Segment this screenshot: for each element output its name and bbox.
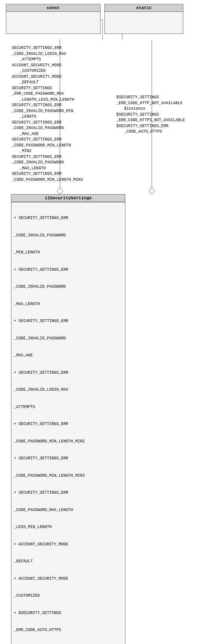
const-item: SECURITY_SETTINGS_ERR: [12, 171, 102, 177]
const-item: SECURITY_SETTINGS_ERR: [12, 137, 102, 143]
static-item: _ERR_CODE_HTTPS_NOT_AVAILABLE: [116, 118, 207, 124]
const-item: SECURITY_SETTINGS_ERR: [12, 154, 102, 160]
svg-marker-3: [149, 188, 155, 194]
attr-item: _CODE_INVALID_PASSWORD: [14, 233, 123, 239]
attr-item: + SECURITY_SETTINGS_ERR: [14, 490, 123, 496]
attr-item: + SECURITY_SETTINGS_ERR: [14, 318, 123, 324]
static-item: $SECURITY_SETTINGS: [116, 95, 207, 101]
attr-item: _CODE_PASSWORD_MIN_LENGTH_MIN2: [14, 439, 123, 445]
const-item: ACCOUNT_SECURITY_MODE: [12, 74, 102, 80]
const-item: _CUSTOMIZED: [12, 68, 102, 74]
main-class-title: ilSecuritySettings: [11, 195, 125, 202]
const-item: _CODE_INVALID_PASSWORD: [12, 160, 102, 166]
attr-item: + ACCOUNT_SECURITY_MODE: [14, 576, 123, 582]
attr-item: _ATTEMPTS: [14, 404, 123, 410]
const-item: _MAX_AGE: [12, 131, 102, 137]
static-content: $SECURITY_SETTINGS _ERR_CODE_HTTP_NOT_AV…: [116, 95, 207, 135]
const-item: _ERR_CODE_PASSWORD_MAX: [12, 91, 102, 97]
main-class-attributes: + SECURITY_SETTINGS_ERR _CODE_INVALID_PA…: [11, 202, 125, 644]
const-item: ACCOUNT_SECURITY_MODE: [12, 63, 102, 69]
static-item: $instance: [116, 106, 207, 112]
attr-item: _MAX_AGE: [14, 353, 123, 359]
attr-item: _ERR_CODE_AUTO_HTTPS: [14, 627, 123, 633]
static-item: _CODE_AUTO_HTTPS: [116, 129, 207, 135]
attr-item: _CODE_PASSWORD_MIN_LENGTH_MIN3: [14, 473, 123, 479]
attr-item: + ACCOUNT_SECURITY_MODE: [14, 542, 123, 548]
const-item: _CODE_INVALID_PASSWORD_MIN: [12, 109, 102, 114]
const-item: _CODE_INVALID_LOGIN_MAX: [12, 51, 102, 57]
const-box-title: const: [6, 4, 100, 12]
attr-item: + SECURITY_SETTINGS_ERR: [14, 267, 123, 273]
attr-item: _LESS_MIN_LENGTH: [14, 524, 123, 530]
attr-item: _DEFAULT: [14, 559, 123, 565]
const-item: _CODE_PASSWORD_MIN_LENGTH_MIN3: [12, 177, 102, 183]
static-item: _ERR_CODE_HTTP_NOT_AVAILABLE: [116, 101, 207, 107]
const-item: SECURITY_SETTINGS: [12, 86, 102, 92]
const-item: _LENGTH: [12, 114, 102, 120]
attr-item: + SECURITY_SETTINGS_ERR: [14, 421, 123, 427]
static-item: $SECURITY_SETTINGS: [116, 112, 207, 118]
const-item: _LENGTH_LESS_MIN_LENGTH: [12, 97, 102, 103]
attr-item: + SECURITY_SETTINGS_ERR: [14, 370, 123, 376]
const-item: _DEFAULT: [12, 80, 102, 86]
const-item: _CODE_INVALID_PASSWORD: [12, 125, 102, 131]
attr-item: _CODE_INVALID_PASSWORD: [14, 284, 123, 290]
const-item: _MIN2: [12, 148, 102, 154]
const-item: SECURITY_SETTINGS_ERR: [12, 120, 102, 126]
static-item: $SECURITY_SETTINGS_ERR: [116, 124, 207, 129]
attr-item: _CODE_INVALID_PASSWORD: [14, 336, 123, 342]
attr-item: _CODE_PASSWORD_MAX_LENGTH: [14, 507, 123, 513]
attr-item: + SECURITY_SETTINGS_ERR: [14, 456, 123, 462]
const-box-body: [6, 12, 100, 34]
attr-item: _CODE_INVALID_LOGIN_MAX: [14, 387, 123, 393]
attr-item: _CUSTOMIZED: [14, 593, 123, 599]
attr-item: + $SECURITY_SETTINGS: [14, 610, 123, 616]
static-box-title: static: [105, 4, 183, 12]
attr-item: + SECURITY_SETTINGS_ERR: [14, 215, 123, 221]
const-item: _ATTEMPTS: [12, 57, 102, 63]
const-item: _MAX_LENGTH: [12, 166, 102, 172]
const-item: SECURITY_SETTINGS_ERR: [12, 103, 102, 109]
const-content: SECURITY_SETTINGS_ERR _CODE_INVALID_LOGI…: [12, 45, 102, 183]
main-class-box: ilSecuritySettings + SECURITY_SETTINGS_E…: [11, 194, 125, 644]
svg-marker-1: [57, 188, 63, 194]
const-item: SECURITY_SETTINGS_ERR: [12, 45, 102, 51]
attr-item: _MAX_LENGTH: [14, 301, 123, 307]
const-box: const: [6, 4, 101, 34]
attr-item: _MIN_LENGTH: [14, 250, 123, 256]
const-item: _CODE_PASSWORD_MIN_LENGTH: [12, 143, 102, 149]
static-box-body: [105, 12, 183, 34]
static-box: static: [104, 4, 183, 34]
